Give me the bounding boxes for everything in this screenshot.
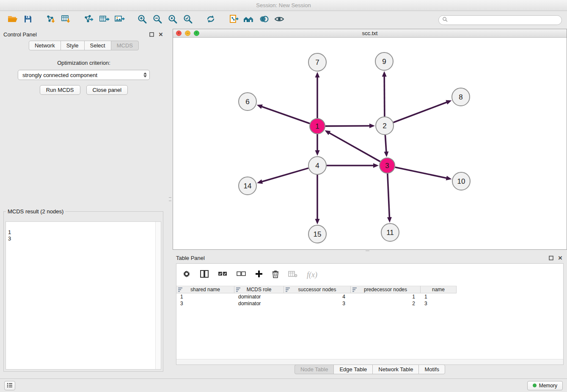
delete-table-button[interactable]: [288, 271, 297, 279]
edge-3-10[interactable]: [395, 167, 447, 178]
table-tab-network-table[interactable]: Network Table: [372, 364, 419, 374]
node-4[interactable]: 4: [308, 157, 326, 174]
edge-2-3[interactable]: [385, 135, 386, 152]
network-graph[interactable]: 7968124314101511: [173, 38, 567, 249]
search-box[interactable]: [438, 15, 562, 25]
mcds-result-box[interactable]: 1 3: [6, 221, 161, 370]
status-bar: Memory: [0, 378, 567, 392]
style-button[interactable]: [256, 13, 272, 27]
memory-button[interactable]: Memory: [527, 381, 563, 390]
zoom-selected-button[interactable]: [180, 13, 195, 27]
tab-network[interactable]: Network: [29, 41, 61, 50]
table-row[interactable]: 1dominator411: [176, 293, 563, 300]
close-panel-icon[interactable]: ✕: [157, 31, 164, 38]
save-session-button[interactable]: [20, 13, 36, 27]
table-cell[interactable]: 2: [351, 300, 421, 307]
table-cell[interactable]: 3: [284, 300, 351, 307]
zoom-in-button[interactable]: [135, 13, 150, 27]
import-network-button[interactable]: [43, 13, 58, 27]
vertical-splitter[interactable]: [168, 29, 173, 378]
result-scrollbar[interactable]: [155, 222, 161, 369]
node-3[interactable]: 3: [380, 158, 395, 173]
select-arrows-icon: [143, 72, 147, 77]
node-label: 10: [457, 177, 465, 185]
maximize-window-icon[interactable]: +: [194, 30, 199, 36]
table-settings-button[interactable]: [182, 270, 191, 280]
edge-1-2[interactable]: [325, 126, 370, 126]
edge-3-11[interactable]: [388, 174, 390, 218]
edge-4-14[interactable]: [261, 168, 308, 182]
apply-layout-button[interactable]: [203, 13, 218, 27]
minimize-window-icon[interactable]: –: [185, 30, 190, 36]
clone-network-button[interactable]: [226, 13, 241, 27]
table-cell[interactable]: 1: [351, 293, 421, 300]
table-cell[interactable]: dominator: [234, 300, 284, 307]
node-1[interactable]: 1: [310, 119, 325, 134]
table-row[interactable]: 3dominator323: [176, 300, 563, 307]
add-row-button[interactable]: [255, 270, 263, 279]
table-tab-node-table[interactable]: Node Table: [295, 364, 334, 374]
run-mcds-button[interactable]: Run MCDS: [40, 85, 80, 95]
table-cell[interactable]: 3: [176, 300, 234, 307]
table-tab-edge-table[interactable]: Edge Table: [333, 364, 373, 374]
edge-2-9[interactable]: [384, 76, 385, 116]
node-10[interactable]: 10: [452, 172, 470, 190]
import-table-button[interactable]: [58, 13, 74, 27]
node-14[interactable]: 14: [239, 177, 256, 195]
node-11[interactable]: 11: [381, 224, 399, 241]
table-cell[interactable]: 1: [421, 293, 457, 300]
node-7[interactable]: 7: [308, 53, 326, 71]
delete-row-button[interactable]: [272, 270, 279, 280]
export-network-button[interactable]: [81, 13, 96, 27]
export-table-icon: [99, 14, 110, 26]
table-panel-header: Table Panel ✕: [173, 252, 567, 263]
export-image-button[interactable]: [112, 13, 127, 27]
optimization-select[interactable]: strongly connected component: [18, 70, 150, 80]
node-8[interactable]: 8: [452, 88, 470, 106]
search-input[interactable]: [450, 17, 558, 24]
select-all-button[interactable]: [218, 271, 227, 279]
refresh-layout-icon: [205, 14, 216, 26]
node-2[interactable]: 2: [376, 117, 394, 135]
table-cell[interactable]: 4: [284, 293, 351, 300]
tab-style[interactable]: Style: [61, 41, 85, 50]
zoom-out-button[interactable]: [150, 13, 165, 27]
float-panel-icon[interactable]: [148, 31, 155, 38]
column-header-name[interactable]: name: [421, 286, 457, 293]
column-header-mcds-role[interactable]: MCDS role: [234, 286, 284, 293]
node-6[interactable]: 6: [239, 93, 256, 110]
function-builder-button[interactable]: f(x): [307, 271, 317, 279]
table-cell[interactable]: 3: [421, 300, 457, 307]
close-table-panel-icon[interactable]: ✕: [557, 254, 564, 261]
tab-mcds[interactable]: MCDS: [111, 41, 139, 50]
edge-arrow-icon: [315, 150, 320, 156]
edge-3-1[interactable]: [329, 133, 380, 161]
network-canvas[interactable]: 7968124314101511: [173, 38, 567, 249]
show-column-button[interactable]: [200, 270, 209, 279]
column-header-predecessor-nodes[interactable]: predecessor nodes: [351, 286, 421, 293]
edge-2-8[interactable]: [394, 102, 448, 122]
show-graphics-button[interactable]: [272, 13, 287, 27]
table-tab-motifs[interactable]: Motifs: [418, 364, 445, 374]
close-window-icon[interactable]: ×: [176, 30, 182, 36]
home-button[interactable]: [241, 13, 256, 27]
table-cell[interactable]: 1: [176, 293, 234, 300]
tab-select[interactable]: Select: [84, 41, 111, 50]
column-header-shared-name[interactable]: shared name: [176, 286, 234, 293]
deselect-all-button[interactable]: [237, 271, 246, 279]
node-9[interactable]: 9: [375, 52, 393, 70]
edge-arrow-icon: [315, 219, 320, 224]
optimization-select-value: strongly connected component: [22, 72, 143, 78]
column-header-successor-nodes[interactable]: successor nodes: [284, 286, 351, 293]
float-table-panel-icon[interactable]: [548, 254, 554, 261]
task-history-button[interactable]: [4, 381, 15, 390]
edge-1-6[interactable]: [261, 106, 310, 123]
table-cell[interactable]: dominator: [234, 293, 284, 300]
close-panel-button[interactable]: Close panel: [86, 85, 128, 95]
open-session-button[interactable]: [5, 13, 20, 27]
zoom-fit-button[interactable]: [165, 13, 180, 27]
node-15[interactable]: 15: [308, 225, 326, 243]
export-table-button[interactable]: [96, 13, 112, 27]
clone-network-icon: [228, 14, 239, 26]
mcds-result-fieldset: MCDS result (2 nodes) 1 3: [3, 208, 163, 372]
